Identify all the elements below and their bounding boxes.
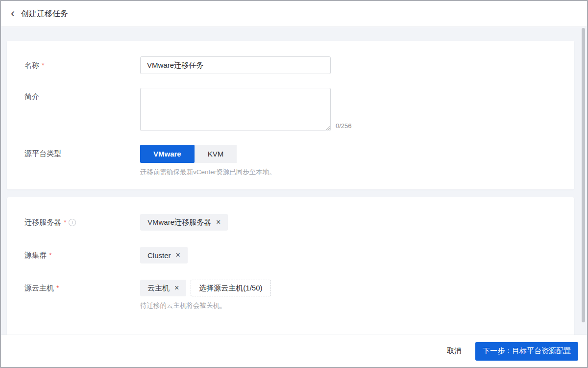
select-source-host-button[interactable]: 选择源云主机(1/50) xyxy=(191,280,270,296)
cluster-field-row: 源集群* Cluster × xyxy=(24,247,557,263)
host-tag-row: 云主机 × 选择源云主机(1/50) xyxy=(140,280,271,296)
page-header: ‹ 创建迁移任务 xyxy=(1,1,587,27)
close-icon[interactable]: × xyxy=(174,284,179,292)
required-asterisk: * xyxy=(64,214,66,231)
host-control: 云主机 × 选择源云主机(1/50) 待迁移的云主机将会被关机。 xyxy=(140,280,271,310)
server-tag-row: VMware迁移服务器 × xyxy=(140,214,228,231)
intro-field-row: 简介 0/256 xyxy=(24,88,557,131)
name-label: 名称* xyxy=(24,56,140,74)
basic-info-card: 名称* 简介 0/256 源平台类型 VMware xyxy=(7,41,574,189)
footer-bar: 取消 下一步：目标平台资源配置 xyxy=(1,335,587,367)
name-field-row: 名称* xyxy=(24,56,557,74)
required-asterisk: * xyxy=(42,56,44,74)
platform-hint: 迁移前需确保最新vCenter资源已同步至本地。 xyxy=(140,168,276,177)
close-icon[interactable]: × xyxy=(216,218,220,226)
cluster-tag-row: Cluster × xyxy=(140,247,188,263)
platform-field-row: 源平台类型 VMware KVM 迁移前需确保最新vCenter资源已同步至本地… xyxy=(24,145,557,177)
required-asterisk: * xyxy=(56,280,59,296)
host-field-row: 源云主机* 云主机 × 选择源云主机(1/50) 待迁移的云主机将会被关机。 xyxy=(24,280,557,310)
content-area: 名称* 简介 0/256 源平台类型 VMware xyxy=(1,27,587,335)
scrollbar-thumb[interactable] xyxy=(582,28,585,322)
server-field-row: 迁移服务器* i VMware迁移服务器 × xyxy=(24,214,557,231)
info-icon[interactable]: i xyxy=(69,219,76,226)
host-label: 源云主机* xyxy=(24,280,140,296)
page-title: 创建迁移任务 xyxy=(21,9,68,19)
platform-option-vmware[interactable]: VMware xyxy=(140,145,195,163)
intro-textarea-wrap: 0/256 xyxy=(140,88,352,131)
back-icon[interactable]: ‹ xyxy=(11,7,15,19)
cluster-label: 源集群* xyxy=(24,247,140,263)
platform-control: VMware KVM 迁移前需确保最新vCenter资源已同步至本地。 xyxy=(140,145,276,177)
create-migration-task-page: ‹ 创建迁移任务 名称* 简介 0/256 xyxy=(0,0,588,368)
platform-label: 源平台类型 xyxy=(24,145,140,162)
intro-label: 简介 xyxy=(24,88,140,105)
char-counter: 0/256 xyxy=(336,122,352,131)
name-input[interactable] xyxy=(140,56,331,74)
source-selection-card: 迁移服务器* i VMware迁移服务器 × 源集群* Cluster xyxy=(7,197,574,335)
host-tag: 云主机 × xyxy=(140,280,186,296)
cancel-button[interactable]: 取消 xyxy=(447,346,462,356)
required-asterisk: * xyxy=(49,247,51,263)
host-hint: 待迁移的云主机将会被关机。 xyxy=(140,301,271,310)
platform-option-kvm[interactable]: KVM xyxy=(195,145,237,163)
intro-textarea[interactable] xyxy=(140,88,331,131)
platform-segmented-control: VMware KVM xyxy=(140,145,276,163)
server-tag: VMware迁移服务器 × xyxy=(140,214,228,231)
cluster-tag: Cluster × xyxy=(140,247,188,263)
next-step-button[interactable]: 下一步：目标平台资源配置 xyxy=(475,342,578,361)
server-label: 迁移服务器* i xyxy=(24,214,140,231)
close-icon[interactable]: × xyxy=(176,251,180,259)
